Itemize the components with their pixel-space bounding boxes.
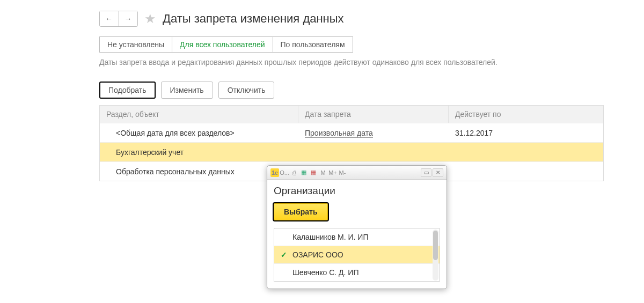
- table-header: Раздел, объект Дата запрета Действует по: [100, 106, 603, 123]
- mplus-icon[interactable]: M+: [328, 168, 337, 177]
- edit-button[interactable]: Изменить: [161, 82, 213, 99]
- pick-button[interactable]: Подобрать: [99, 82, 156, 99]
- maximize-button[interactable]: ▭: [421, 168, 431, 177]
- table-row[interactable]: Бухгалтерский учет: [100, 142, 603, 161]
- th-validto: Действует по: [449, 106, 603, 123]
- cell-section: Бухгалтерский учет: [100, 144, 298, 161]
- mminus-icon[interactable]: M-: [338, 168, 347, 177]
- org-dialog: 1c О... ⎙ ▦ ▦ M M+ M- ▭ ✕ Организации Вы…: [267, 165, 447, 289]
- org-list: Калашников М. И. ИП ОЗАРИС ООО Шевченко …: [274, 228, 440, 282]
- titlebar-text: О...: [280, 168, 289, 177]
- disable-button[interactable]: Отключить: [218, 82, 275, 99]
- arrow-right-icon: →: [125, 14, 132, 23]
- list-item[interactable]: Шевченко С. Д. ИП: [274, 264, 440, 282]
- calendar-icon: ▦: [299, 168, 308, 177]
- dialog-titlebar[interactable]: 1c О... ⎙ ▦ ▦ M M+ M- ▭ ✕: [267, 166, 447, 180]
- scrollbar-thumb[interactable]: [433, 231, 438, 260]
- page-title: Даты запрета изменения данных: [163, 12, 344, 26]
- star-icon[interactable]: ★: [144, 11, 156, 26]
- scrollbar[interactable]: [433, 230, 438, 280]
- forward-button[interactable]: →: [119, 11, 137, 26]
- th-section: Раздел, объект: [100, 106, 298, 123]
- back-button[interactable]: ←: [100, 11, 119, 26]
- th-bandate: Дата запрета: [298, 106, 449, 123]
- tab-by-users[interactable]: По пользователям: [273, 36, 353, 53]
- list-item[interactable]: ОЗАРИС ООО: [274, 246, 440, 264]
- print-icon: ⎙: [290, 168, 298, 177]
- tab-all-users[interactable]: Для всех пользователей: [172, 36, 273, 53]
- table-row[interactable]: <Общая дата для всех разделов> Произволь…: [100, 123, 603, 142]
- nav-buttons: ← →: [99, 11, 138, 27]
- m-icon[interactable]: M: [319, 168, 327, 177]
- tab-not-set[interactable]: Не установлены: [99, 36, 172, 53]
- arrow-left-icon: ←: [105, 14, 113, 23]
- select-button[interactable]: Выбрать: [274, 203, 328, 220]
- app-1c-icon: 1c: [270, 168, 279, 177]
- action-bar: Подобрать Изменить Отключить: [99, 82, 644, 99]
- description-text: Даты запрета ввода и редактирования данн…: [99, 58, 644, 66]
- cell-bandate-link[interactable]: Произвольная дата: [305, 129, 373, 138]
- tab-bar: Не установлены Для всех пользователей По…: [99, 36, 644, 53]
- calendar2-icon: ▦: [309, 168, 318, 177]
- cell-validto: 31.12.2017: [449, 124, 603, 142]
- dialog-title: Организации: [274, 185, 440, 197]
- cell-section: <Общая дата для всех разделов>: [100, 124, 298, 142]
- list-item[interactable]: Калашников М. И. ИП: [274, 228, 440, 246]
- close-button[interactable]: ✕: [433, 168, 443, 177]
